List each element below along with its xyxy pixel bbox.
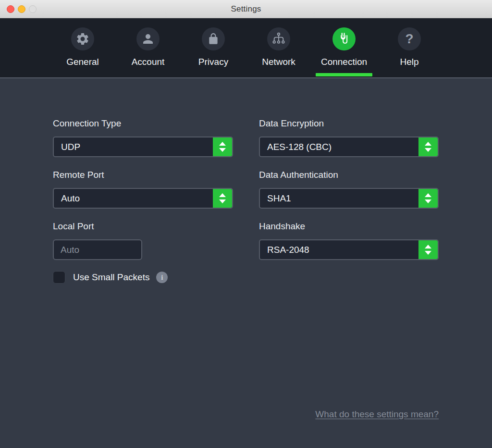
stepper-arrows-icon[interactable] [418,240,438,259]
tab-label-connection: Connection [321,57,367,67]
arrow-up-icon [425,142,431,146]
data-authentication-label: Data Authentication [259,170,439,180]
info-icon[interactable]: i [156,272,168,283]
use-small-packets-checkbox[interactable] [53,271,65,284]
use-small-packets-row: Use Small Packets i [53,271,233,284]
tab-label-general: General [66,57,99,67]
tab-connection[interactable]: Connection [311,18,377,77]
zoom-button [29,5,37,13]
data-encryption-group: Data Encryption AES-128 (CBC) [259,118,439,157]
connection-type-label: Connection Type [53,118,233,129]
stepper-arrows-icon[interactable] [213,137,232,156]
data-encryption-value: AES-128 (CBC) [260,137,418,156]
stepper-arrows-icon[interactable] [418,137,438,156]
window-title: Settings [231,4,261,14]
arrow-up-icon [219,142,226,146]
tab-network[interactable]: Network [246,18,311,77]
settings-tabbar: General Account Privacy Network [0,18,492,78]
tab-label-account: Account [132,57,165,67]
arrow-down-icon [219,199,226,203]
local-port-input[interactable] [53,239,142,260]
plug-icon [332,27,356,50]
user-icon [136,27,160,50]
settings-help-link[interactable]: What do these settings mean? [315,409,439,420]
connection-type-dropdown[interactable]: UDP [53,137,233,157]
tab-privacy[interactable]: Privacy [181,18,246,77]
window-titlebar: Settings [0,0,492,18]
remote-port-dropdown[interactable]: Auto [53,188,233,209]
data-authentication-dropdown[interactable]: SHA1 [259,188,439,209]
connection-settings-panel: Connection Type UDP Data Encryption AES-… [0,78,492,284]
arrow-up-icon [219,193,226,197]
remote-port-value: Auto [54,189,213,208]
close-button[interactable] [7,5,14,13]
tab-help[interactable]: ? Help [377,18,442,77]
network-icon [267,27,290,50]
active-tab-underline [316,73,372,76]
data-encryption-label: Data Encryption [259,118,439,129]
tab-account[interactable]: Account [115,18,181,77]
tab-label-help: Help [400,57,418,67]
handshake-dropdown[interactable]: RSA-2048 [259,239,439,260]
lock-icon [202,27,225,50]
stepper-arrows-icon[interactable] [418,189,438,208]
use-small-packets-label: Use Small Packets [73,272,149,283]
handshake-label: Handshake [259,221,439,232]
question-icon: ? [398,27,421,50]
data-authentication-value: SHA1 [260,189,418,208]
handshake-group: Handshake RSA-2048 [259,221,439,260]
data-authentication-group: Data Authentication SHA1 [259,170,439,209]
arrow-up-icon [425,193,431,197]
minimize-button[interactable] [18,5,25,13]
remote-port-label: Remote Port [53,170,233,180]
stepper-arrows-icon[interactable] [213,189,232,208]
traffic-lights [7,0,37,18]
arrow-down-icon [219,148,226,152]
tab-label-network: Network [262,57,295,67]
gear-icon [71,27,94,50]
arrow-up-icon [425,245,431,249]
tab-general[interactable]: General [50,18,115,77]
arrow-down-icon [425,199,431,203]
arrow-down-icon [425,148,431,152]
arrow-down-icon [425,251,431,255]
remote-port-group: Remote Port Auto [53,170,233,209]
handshake-value: RSA-2048 [260,240,418,259]
local-port-group: Local Port [53,221,233,260]
connection-type-group: Connection Type UDP [53,118,233,157]
connection-type-value: UDP [54,137,213,156]
local-port-label: Local Port [53,221,233,232]
data-encryption-dropdown[interactable]: AES-128 (CBC) [259,137,439,157]
tab-label-privacy: Privacy [198,57,228,67]
